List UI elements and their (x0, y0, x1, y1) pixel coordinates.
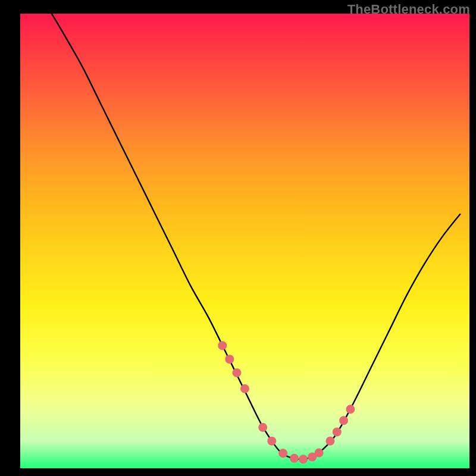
curve-marker-dot (339, 416, 348, 425)
curve-marker-dot (267, 437, 276, 446)
curve-marker-dot (232, 368, 241, 377)
watermark-text: TheBottleneck.com (347, 2, 470, 17)
curve-marker-dot (278, 449, 287, 458)
curve-marker-dot (325, 437, 334, 446)
curve-marker-dot (299, 455, 308, 464)
curve-marker-dot (333, 427, 342, 436)
chart-plot-area (20, 14, 469, 468)
curve-marker-dot (225, 355, 234, 364)
curve-marker-dot (240, 384, 249, 393)
curve-marker-dot (315, 449, 324, 458)
bottleneck-curve (52, 14, 461, 459)
curve-marker-dot (258, 423, 267, 432)
curve-marker-dot (290, 454, 299, 463)
curve-marker-dot (346, 405, 355, 414)
curve-marker-dot (218, 341, 227, 350)
curve-markers (218, 341, 355, 464)
bottleneck-curve-svg (20, 14, 469, 468)
